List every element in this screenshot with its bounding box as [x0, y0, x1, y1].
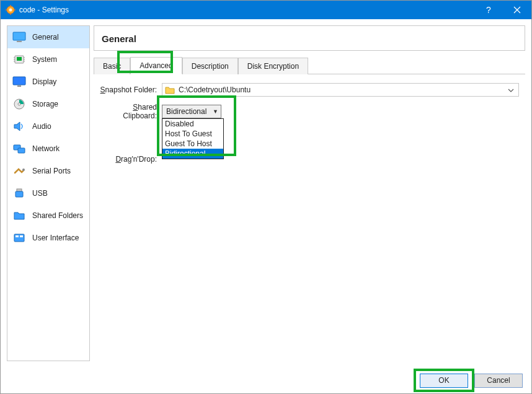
svg-rect-2	[10, 5, 11, 7]
sidebar-item-user-interface[interactable]: User Interface	[7, 227, 89, 249]
sidebar-item-label: Serial Ports	[32, 167, 71, 175]
sidebar-item-shared-folders[interactable]: Shared Folders	[7, 204, 89, 227]
shared-clipboard-dropdown: Disabled Host To Guest Guest To Host Bid…	[162, 118, 224, 159]
dropdown-item-disabled[interactable]: Disabled	[162, 119, 223, 129]
app-icon	[6, 5, 16, 15]
sidebar-item-system[interactable]: System	[7, 48, 89, 71]
sidebar-item-label: Display	[32, 77, 56, 86]
form-area: Snapshot Folder: C:\Codetryout\Ubuntu Sh…	[94, 74, 525, 170]
display-icon	[12, 76, 26, 87]
sidebar-item-label: System	[32, 55, 57, 64]
monitor-icon	[12, 32, 26, 43]
folder-yellow-icon	[165, 85, 175, 94]
sidebar-item-label: Network	[32, 144, 60, 153]
sidebar-item-label: Audio	[32, 122, 51, 131]
svg-rect-3	[10, 13, 11, 15]
sidebar-item-serial-ports[interactable]: Serial Ports	[7, 160, 89, 182]
chip-icon	[12, 54, 26, 65]
sidebar-item-usb[interactable]: USB	[7, 182, 89, 204]
dialog-footer: OK Cancel	[1, 367, 531, 393]
snapshot-folder-field[interactable]: C:\Codetryout\Ubuntu	[162, 83, 519, 97]
page-title: General	[102, 33, 517, 44]
svg-point-21	[18, 103, 20, 105]
svg-rect-23	[18, 148, 25, 153]
folder-icon	[12, 210, 26, 221]
shared-clipboard-selected: Bidirectional	[166, 107, 213, 116]
audio-icon	[12, 121, 26, 132]
page-title-box: General	[94, 25, 525, 51]
svg-rect-27	[14, 234, 24, 242]
sidebar-item-label: General	[32, 33, 59, 42]
sidebar-item-general[interactable]: General	[7, 26, 89, 48]
ui-icon	[12, 232, 26, 243]
dragdrop-label: Drag'n'Drop:	[99, 155, 157, 164]
svg-rect-18	[13, 77, 25, 85]
network-icon	[12, 143, 26, 154]
tab-basic[interactable]: Basic	[94, 58, 130, 74]
svg-point-1	[9, 9, 12, 12]
settings-sidebar: General System Display Storage Audio	[7, 25, 90, 361]
shared-clipboard-row: Shared Clipboard: Bidirectional ▼ Disabl…	[99, 103, 519, 120]
chevron-down-icon: ▼	[213, 108, 218, 115]
content-area: General Basic Advanced Description Disk …	[94, 25, 525, 361]
svg-rect-5	[14, 9, 16, 10]
svg-rect-29	[20, 235, 23, 237]
svg-point-24	[22, 169, 25, 171]
svg-rect-8	[13, 32, 25, 40]
storage-icon	[12, 98, 26, 110]
svg-rect-26	[16, 191, 23, 197]
svg-rect-28	[16, 235, 19, 237]
sidebar-item-label: Storage	[32, 100, 58, 108]
svg-rect-4	[6, 9, 7, 10]
snapshot-folder-row: Snapshot Folder: C:\Codetryout\Ubuntu	[99, 83, 519, 97]
shared-clipboard-combo[interactable]: Bidirectional ▼ Disabled Host To Guest G…	[162, 105, 221, 118]
dropdown-item-bidirectional[interactable]: Bidirectional	[162, 149, 223, 159]
close-button[interactable]	[503, 1, 531, 19]
svg-rect-25	[17, 189, 22, 191]
cancel-button[interactable]: Cancel	[474, 374, 523, 388]
snapshot-folder-path: C:\Codetryout\Ubuntu	[179, 85, 506, 94]
sidebar-item-label: USB	[32, 189, 48, 198]
sidebar-item-label: Shared Folders	[32, 211, 83, 220]
tab-disk-encryption[interactable]: Disk Encryption	[238, 58, 308, 74]
tab-advanced[interactable]: Advanced	[130, 57, 182, 74]
usb-icon	[12, 188, 26, 199]
serial-port-icon	[12, 165, 26, 177]
titlebar: code - Settings ?	[1, 1, 531, 19]
chevron-down-icon[interactable]	[506, 87, 516, 94]
sidebar-item-label: User Interface	[32, 234, 79, 242]
dropdown-item-guest-to-host[interactable]: Guest To Host	[162, 139, 223, 149]
snapshot-folder-label: Snapshot Folder:	[99, 85, 157, 94]
tabs: Basic Advanced Description Disk Encrypti…	[94, 57, 525, 74]
tab-description[interactable]: Description	[182, 58, 238, 74]
svg-rect-9	[17, 41, 22, 42]
help-button[interactable]: ?	[474, 1, 503, 19]
sidebar-item-network[interactable]: Network	[7, 138, 89, 160]
window-title: code - Settings	[19, 6, 474, 14]
sidebar-item-storage[interactable]: Storage	[7, 93, 89, 115]
shared-clipboard-label: Shared Clipboard:	[99, 103, 157, 120]
sidebar-item-audio[interactable]: Audio	[7, 115, 89, 138]
svg-rect-11	[17, 57, 22, 61]
ok-button[interactable]: OK	[420, 374, 468, 388]
svg-rect-19	[17, 85, 21, 87]
sidebar-item-display[interactable]: Display	[7, 71, 89, 93]
dropdown-item-host-to-guest[interactable]: Host To Guest	[162, 129, 223, 139]
